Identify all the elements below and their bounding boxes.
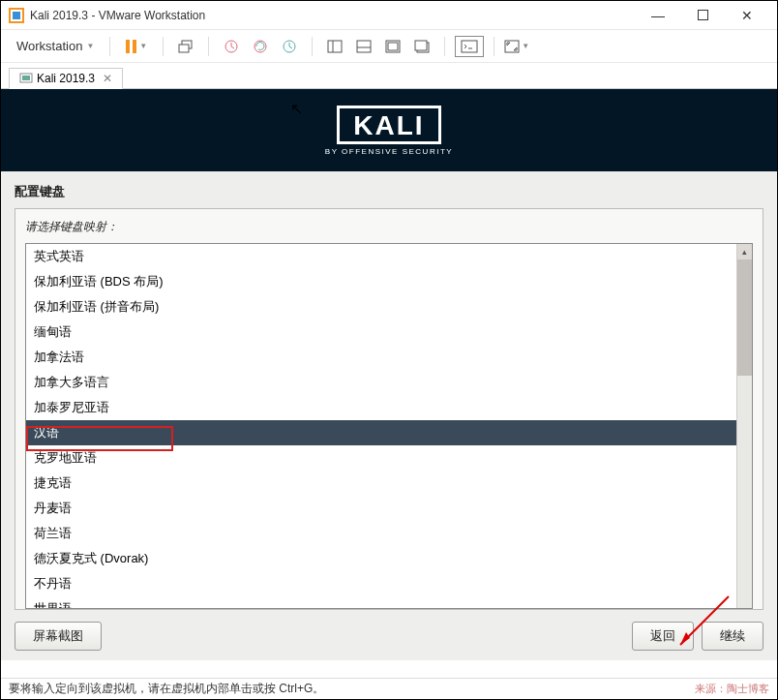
close-tab-icon[interactable]: ✕ <box>103 72 112 85</box>
view-button-2[interactable] <box>351 34 376 59</box>
svg-rect-10 <box>357 41 371 52</box>
list-item[interactable]: 加拿大多语言 <box>26 370 736 395</box>
installer-step-title: 配置键盘 <box>1 183 777 208</box>
maximize-button[interactable] <box>680 1 725 30</box>
list-item[interactable]: 英式英语 <box>26 244 736 269</box>
kali-subtitle: BY OFFENSIVE SECURITY <box>325 147 453 156</box>
keyboard-layout-listbox[interactable]: 英式英语保加利亚语 (BDS 布局)保加利亚语 (拼音布局)缅甸语加拿法语加拿大… <box>25 243 753 609</box>
toolbar-separator <box>109 37 110 56</box>
list-item[interactable]: 保加利亚语 (BDS 布局) <box>26 269 736 294</box>
installer-main: 请选择键盘映射： 英式英语保加利亚语 (BDS 布局)保加利亚语 (拼音布局)缅… <box>15 208 763 610</box>
status-hint: 要将输入定向到该虚拟机，请在虚拟机内部单击或按 Ctrl+G。 <box>9 681 324 697</box>
toolbar-separator <box>444 37 445 56</box>
toolbar-separator <box>312 37 313 56</box>
vm-tab-label: Kali 2019.3 <box>37 72 95 85</box>
svg-rect-2 <box>698 11 707 20</box>
pause-icon <box>126 40 136 53</box>
pause-vm-button[interactable]: ▼ <box>120 34 153 59</box>
installer-prompt: 请选择键盘映射： <box>25 219 753 235</box>
close-button[interactable]: ✕ <box>725 1 769 30</box>
list-item[interactable]: 缅甸语 <box>26 320 736 345</box>
kali-banner: ↖ KALI BY OFFENSIVE SECURITY <box>1 89 777 171</box>
status-bar: 要将输入定向到该虚拟机，请在虚拟机内部单击或按 Ctrl+G。 来源：陶士博客 <box>1 678 777 699</box>
scroll-thumb[interactable] <box>737 259 752 376</box>
workstation-menu[interactable]: Workstation ▼ <box>11 35 100 57</box>
snapshot-revert-button[interactable] <box>248 34 273 59</box>
cursor-icon: ↖ <box>290 100 303 118</box>
list-item[interactable]: 加拿法语 <box>26 345 736 370</box>
svg-rect-1 <box>13 12 20 19</box>
caret-down-icon: ▼ <box>522 42 529 50</box>
send-ctrl-alt-del-button[interactable] <box>173 34 198 59</box>
installer-panel: 配置键盘 请选择键盘映射： 英式英语保加利亚语 (BDS 布局)保加利亚语 (拼… <box>1 171 777 660</box>
list-item[interactable]: 保加利亚语 (拼音布局) <box>26 294 736 320</box>
continue-button[interactable]: 继续 <box>702 622 763 651</box>
back-button[interactable]: 返回 <box>632 622 694 651</box>
toolbar-separator <box>494 37 494 56</box>
vm-tab[interactable]: Kali 2019.3 ✕ <box>9 68 123 89</box>
vm-icon <box>19 72 33 85</box>
watermark-text: 来源：陶士博客 <box>695 682 769 696</box>
toolbar: Workstation ▼ ▼ ▼ <box>1 30 777 63</box>
fullscreen-button[interactable]: ▼ <box>504 34 529 59</box>
caret-down-icon: ▼ <box>139 42 147 50</box>
list-item[interactable]: 不丹语 <box>26 571 736 596</box>
list-item[interactable]: 克罗地亚语 <box>26 445 736 471</box>
list-item[interactable]: 捷克语 <box>26 471 736 496</box>
kali-logo: KALI <box>337 106 440 144</box>
caret-down-icon: ▼ <box>86 42 94 50</box>
window-title: Kali 2019.3 - VMware Workstation <box>30 9 636 22</box>
svg-rect-4 <box>179 45 189 52</box>
svg-rect-19 <box>22 76 30 80</box>
list-item[interactable]: 荷兰语 <box>26 521 736 546</box>
svg-rect-15 <box>415 41 427 50</box>
list-item[interactable]: 加泰罗尼亚语 <box>26 395 736 420</box>
snapshot-take-button[interactable] <box>219 34 244 59</box>
view-button-1[interactable] <box>322 34 347 59</box>
vm-guest-screen[interactable]: ↖ KALI BY OFFENSIVE SECURITY 配置键盘 请选择键盘映… <box>1 88 777 660</box>
svg-rect-13 <box>388 43 398 50</box>
list-item[interactable]: 汉语 <box>26 420 736 445</box>
kali-logo-text: KALI <box>353 112 424 139</box>
list-item[interactable]: 丹麦语 <box>26 496 736 521</box>
toolbar-separator <box>163 37 164 56</box>
view-button-4[interactable] <box>409 34 434 59</box>
list-item[interactable]: 德沃夏克式 (Dvorak) <box>26 546 736 571</box>
list-item[interactable]: 世界语 <box>26 596 736 608</box>
installer-button-row: 屏幕截图 返回 继续 <box>1 610 777 660</box>
snapshot-manager-button[interactable] <box>277 34 302 59</box>
screenshot-button[interactable]: 屏幕截图 <box>15 622 102 651</box>
svg-rect-8 <box>328 41 342 52</box>
vmware-app-icon <box>9 8 24 23</box>
toolbar-separator <box>208 37 209 56</box>
vm-tab-bar: Kali 2019.3 ✕ <box>1 63 777 88</box>
view-button-3[interactable] <box>380 34 405 59</box>
listbox-scrollbar[interactable]: ▴ <box>736 244 752 608</box>
console-button[interactable] <box>455 36 484 57</box>
minimize-button[interactable]: — <box>636 1 680 30</box>
workstation-menu-label: Workstation <box>16 39 82 53</box>
window-titlebar: Kali 2019.3 - VMware Workstation — ✕ <box>1 1 777 30</box>
svg-rect-16 <box>462 41 477 52</box>
scroll-up-icon[interactable]: ▴ <box>737 244 752 259</box>
